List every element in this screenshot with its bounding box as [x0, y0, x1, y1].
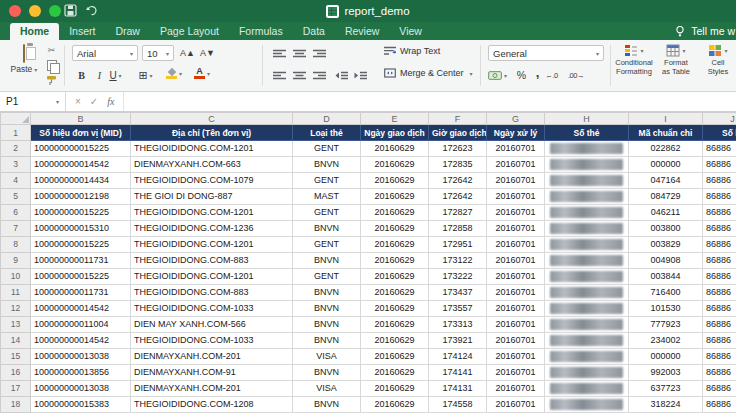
cell[interactable]: 100000000011731: [31, 285, 131, 301]
cell[interactable]: 100000000012198: [31, 189, 131, 205]
cell-card-number[interactable]: [545, 253, 629, 269]
cell[interactable]: 20160629: [361, 397, 429, 413]
cell[interactable]: 173222: [429, 269, 487, 285]
conditional-formatting-button[interactable]: ▾ ConditionalFormatting: [614, 44, 654, 76]
cell[interactable]: 100000000015225: [31, 205, 131, 221]
cell[interactable]: 174558: [429, 397, 487, 413]
header-cell[interactable]: Số thẻ: [545, 125, 629, 141]
cell[interactable]: 100000000013856: [31, 365, 131, 381]
italic-button[interactable]: I: [92, 67, 107, 83]
header-cell[interactable]: Số hiệu đơn vị (MID): [31, 125, 131, 141]
column-header[interactable]: F: [429, 113, 487, 125]
cell[interactable]: 20160629: [361, 189, 429, 205]
comma-style-button[interactable]: ,: [530, 64, 545, 80]
minimize-button[interactable]: [29, 5, 41, 17]
cell-styles-button[interactable]: ▾ CellStyles: [698, 44, 736, 76]
tab-insert[interactable]: Insert: [59, 23, 105, 40]
column-header[interactable]: C: [131, 113, 293, 125]
column-header[interactable]: D: [293, 113, 361, 125]
column-header[interactable]: G: [487, 113, 545, 125]
cell[interactable]: 86886: [703, 253, 736, 269]
cell[interactable]: 004908: [629, 253, 703, 269]
cell[interactable]: 022862: [629, 141, 703, 157]
cell-card-number[interactable]: [545, 317, 629, 333]
cell[interactable]: 20160629: [361, 269, 429, 285]
cell-card-number[interactable]: [545, 333, 629, 349]
cell[interactable]: DIENMAYXANH.COM-201: [131, 381, 293, 397]
cell[interactable]: 172951: [429, 237, 487, 253]
cell-card-number[interactable]: [545, 141, 629, 157]
cell[interactable]: 100000000015383: [31, 397, 131, 413]
row-number[interactable]: 6: [1, 205, 31, 221]
cell[interactable]: 20160629: [361, 349, 429, 365]
cell-card-number[interactable]: [545, 349, 629, 365]
row-number[interactable]: 13: [1, 317, 31, 333]
cell-card-number[interactable]: [545, 365, 629, 381]
format-painter-button[interactable]: [46, 74, 57, 87]
decrease-decimal-button[interactable]: .00→: [568, 67, 584, 83]
cell[interactable]: THEGIOIDIDONG.COM-1236: [131, 221, 293, 237]
cell[interactable]: THEGIOIDIDONG.COM-1033: [131, 301, 293, 317]
row-number[interactable]: 2: [1, 141, 31, 157]
tab-data[interactable]: Data: [293, 23, 335, 40]
cell[interactable]: 084729: [629, 189, 703, 205]
cell[interactable]: 86886: [703, 333, 736, 349]
cell[interactable]: 101530: [629, 301, 703, 317]
row-number[interactable]: 11: [1, 285, 31, 301]
font-name-select[interactable]: Arial▾: [72, 45, 138, 61]
row-number[interactable]: 7: [1, 221, 31, 237]
cell[interactable]: GENT: [293, 173, 361, 189]
cell[interactable]: 86886: [703, 221, 736, 237]
underline-button[interactable]: U▾: [108, 67, 123, 83]
copy-button[interactable]: [47, 59, 57, 72]
cell[interactable]: 20160701: [487, 269, 545, 285]
cell[interactable]: 716400: [629, 285, 703, 301]
cell-card-number[interactable]: [545, 157, 629, 173]
row-number[interactable]: 5: [1, 189, 31, 205]
cell[interactable]: 174141: [429, 365, 487, 381]
cell[interactable]: 86886: [703, 397, 736, 413]
cell[interactable]: 86886: [703, 349, 736, 365]
header-cell[interactable]: Giờ giao dịch: [429, 125, 487, 141]
decrease-font-size-button[interactable]: A▼: [200, 45, 215, 61]
cell[interactable]: 86886: [703, 285, 736, 301]
fill-color-button[interactable]: ▾: [166, 65, 182, 81]
cell[interactable]: 173313: [429, 317, 487, 333]
undo-icon[interactable]: [85, 4, 98, 17]
cell[interactable]: BNVN: [293, 285, 361, 301]
cell[interactable]: THEGIOIDIDONG.COM-1079: [131, 173, 293, 189]
cell[interactable]: 86886: [703, 237, 736, 253]
cell[interactable]: 173437: [429, 285, 487, 301]
tab-review[interactable]: Review: [335, 23, 389, 40]
cell[interactable]: 20160701: [487, 189, 545, 205]
cell-card-number[interactable]: [545, 269, 629, 285]
row-number[interactable]: 3: [1, 157, 31, 173]
cell[interactable]: 20160701: [487, 333, 545, 349]
cell[interactable]: 20160629: [361, 381, 429, 397]
cell[interactable]: 174124: [429, 349, 487, 365]
cell-card-number[interactable]: [545, 301, 629, 317]
cell[interactable]: 172642: [429, 189, 487, 205]
cell[interactable]: 20160629: [361, 285, 429, 301]
row-number[interactable]: 10: [1, 269, 31, 285]
column-header[interactable]: E: [361, 113, 429, 125]
cell[interactable]: 86886: [703, 381, 736, 397]
cell[interactable]: 777923: [629, 317, 703, 333]
cell[interactable]: 20160701: [487, 157, 545, 173]
row-number[interactable]: 18: [1, 397, 31, 413]
cell[interactable]: 20160629: [361, 205, 429, 221]
cell[interactable]: 20160629: [361, 141, 429, 157]
column-header[interactable]: B: [31, 113, 131, 125]
column-header[interactable]: H: [545, 113, 629, 125]
align-center-button[interactable]: [292, 68, 307, 84]
cell[interactable]: 100000000013038: [31, 381, 131, 397]
cell[interactable]: 100000000011004: [31, 317, 131, 333]
confirm-entry-button[interactable]: ✓: [90, 96, 98, 107]
cell[interactable]: 20160701: [487, 301, 545, 317]
bold-button[interactable]: B: [74, 67, 89, 83]
save-icon[interactable]: [64, 4, 77, 17]
cell[interactable]: 173557: [429, 301, 487, 317]
cell-card-number[interactable]: [545, 205, 629, 221]
cell[interactable]: THEGIOIDIDONG.COM-1208: [131, 397, 293, 413]
cell[interactable]: 20160701: [487, 253, 545, 269]
